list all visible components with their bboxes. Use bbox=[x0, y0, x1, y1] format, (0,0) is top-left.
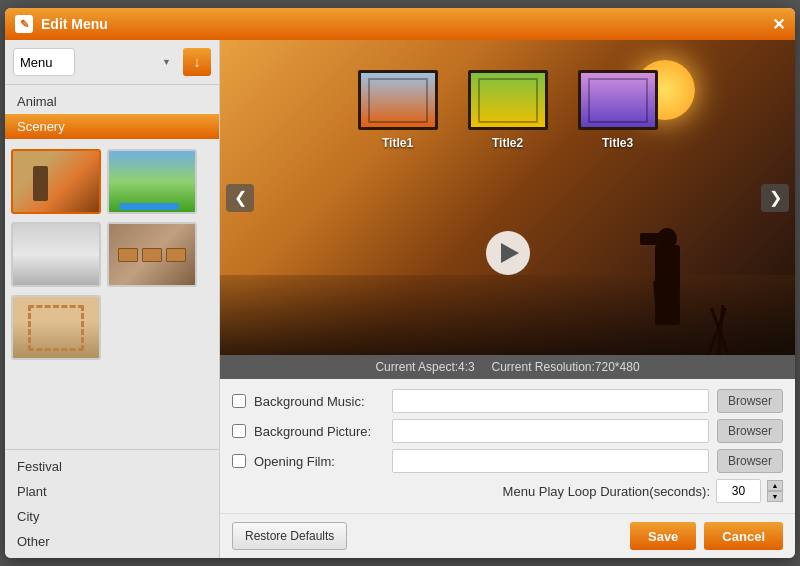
prev-arrow[interactable]: ❮ bbox=[226, 184, 254, 212]
sidebar-top: Menu Animal Scenery ↓ bbox=[5, 40, 219, 85]
bg-picture-input[interactable] bbox=[392, 419, 709, 443]
card-inner-2 bbox=[478, 78, 538, 123]
menu-card-1: Title1 bbox=[358, 70, 438, 150]
settings-area: Background Music: Browser Background Pic… bbox=[220, 379, 795, 513]
menu-select-wrapper: Menu Animal Scenery bbox=[13, 48, 177, 76]
thumbnails-area bbox=[5, 143, 219, 449]
play-button[interactable] bbox=[486, 231, 530, 275]
footer-right: Save Cancel bbox=[630, 522, 783, 550]
card-frame-2 bbox=[468, 70, 548, 130]
bg-music-input[interactable] bbox=[392, 389, 709, 413]
loop-row: Menu Play Loop Duration(seconds): ▲ ▼ bbox=[232, 479, 783, 503]
title-bar: ✎ Edit Menu ✕ bbox=[5, 8, 795, 40]
bg-picture-browser-btn[interactable]: Browser bbox=[717, 419, 783, 443]
menu-cards: Title1 Title2 Title3 bbox=[358, 70, 658, 150]
restore-defaults-button[interactable]: Restore Defaults bbox=[232, 522, 347, 550]
sidebar: Menu Animal Scenery ↓ Animal Scenery bbox=[5, 40, 220, 558]
opening-film-input[interactable] bbox=[392, 449, 709, 473]
dialog-icon: ✎ bbox=[15, 15, 33, 33]
card-label-2: Title2 bbox=[492, 136, 523, 150]
card-inner-3 bbox=[588, 78, 648, 123]
sidebar-item-other[interactable]: Other bbox=[5, 529, 219, 554]
loop-input[interactable] bbox=[716, 479, 761, 503]
bg-music-checkbox[interactable] bbox=[232, 394, 246, 408]
bg-music-browser-btn[interactable]: Browser bbox=[717, 389, 783, 413]
loop-label: Menu Play Loop Duration(seconds): bbox=[503, 484, 710, 499]
thumb-row-3 bbox=[11, 295, 213, 360]
sidebar-item-animal[interactable]: Animal bbox=[5, 89, 219, 114]
aspect-label: Current Aspect:4:3 bbox=[375, 360, 474, 374]
main-area: Title1 Title2 Title3 bbox=[220, 40, 795, 558]
bg-music-row: Background Music: Browser bbox=[232, 389, 783, 413]
footer: Restore Defaults Save Cancel bbox=[220, 513, 795, 558]
close-button[interactable]: ✕ bbox=[772, 15, 785, 34]
menu-list-bottom: Festival Plant City Other bbox=[5, 449, 219, 558]
bg-music-label: Background Music: bbox=[254, 394, 384, 409]
sidebar-item-city[interactable]: City bbox=[5, 504, 219, 529]
opening-film-label: Opening Film: bbox=[254, 454, 384, 469]
thumbnail-4[interactable] bbox=[107, 222, 197, 287]
play-icon bbox=[501, 243, 519, 263]
thumbnail-5[interactable] bbox=[11, 295, 101, 360]
save-button[interactable]: Save bbox=[630, 522, 696, 550]
status-bar: Current Aspect:4:3 Current Resolution:72… bbox=[220, 355, 795, 379]
thumb-row-2 bbox=[11, 222, 213, 287]
sidebar-item-festival[interactable]: Festival bbox=[5, 454, 219, 479]
preview-area: Title1 Title2 Title3 bbox=[220, 40, 795, 355]
loop-up-btn[interactable]: ▲ bbox=[767, 480, 783, 491]
menu-list-top: Animal Scenery bbox=[5, 85, 219, 143]
photographer-silhouette bbox=[635, 185, 715, 325]
thumbnail-2[interactable] bbox=[107, 149, 197, 214]
opening-film-row: Opening Film: Browser bbox=[232, 449, 783, 473]
bg-picture-row: Background Picture: Browser bbox=[232, 419, 783, 443]
opening-film-browser-btn[interactable]: Browser bbox=[717, 449, 783, 473]
loop-spinner: ▲ ▼ bbox=[767, 480, 783, 502]
menu-dropdown[interactable]: Menu Animal Scenery bbox=[13, 48, 75, 76]
card-inner-1 bbox=[368, 78, 428, 123]
thumbnail-1[interactable] bbox=[11, 149, 101, 214]
main-content: Menu Animal Scenery ↓ Animal Scenery bbox=[5, 40, 795, 558]
next-arrow[interactable]: ❯ bbox=[761, 184, 789, 212]
thumbnail-3[interactable] bbox=[11, 222, 101, 287]
bg-picture-checkbox[interactable] bbox=[232, 424, 246, 438]
card-frame-1 bbox=[358, 70, 438, 130]
download-button[interactable]: ↓ bbox=[183, 48, 211, 76]
sidebar-item-plant[interactable]: Plant bbox=[5, 479, 219, 504]
card-label-1: Title1 bbox=[382, 136, 413, 150]
photographer-camera bbox=[640, 233, 660, 245]
loop-down-btn[interactable]: ▼ bbox=[767, 491, 783, 502]
bg-picture-label: Background Picture: bbox=[254, 424, 384, 439]
edit-menu-dialog: ✎ Edit Menu ✕ Menu Animal Scenery ↓ Anim… bbox=[5, 8, 795, 558]
menu-card-3: Title3 bbox=[578, 70, 658, 150]
opening-film-checkbox[interactable] bbox=[232, 454, 246, 468]
preview-content: Title1 Title2 Title3 bbox=[220, 40, 795, 355]
resolution-label: Current Resolution:720*480 bbox=[491, 360, 639, 374]
card-frame-3 bbox=[578, 70, 658, 130]
card-label-3: Title3 bbox=[602, 136, 633, 150]
sidebar-item-scenery[interactable]: Scenery bbox=[5, 114, 219, 139]
dialog-title: Edit Menu bbox=[41, 16, 108, 32]
menu-card-2: Title2 bbox=[468, 70, 548, 150]
cancel-button[interactable]: Cancel bbox=[704, 522, 783, 550]
thumb-row-1 bbox=[11, 149, 213, 214]
